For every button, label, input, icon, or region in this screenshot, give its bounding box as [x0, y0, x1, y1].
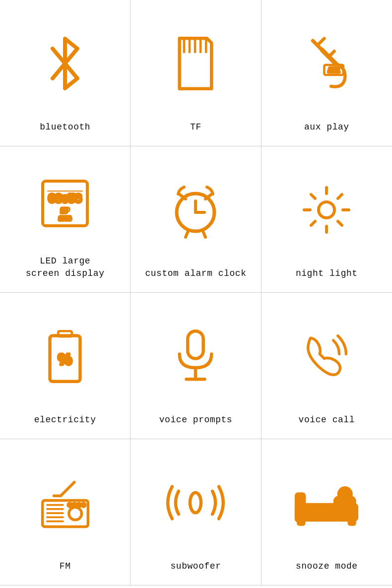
svg-text:AUX: AUX — [328, 67, 339, 73]
icon-area-snooze — [266, 454, 387, 551]
svg-line-20 — [205, 194, 212, 199]
cell-label-bluetooth: bluetooth — [40, 121, 90, 133]
cell-voicecall: voice call — [261, 293, 392, 439]
cell-label-fm: FM — [60, 560, 71, 573]
cell-label-voiceprompts: voice prompts — [159, 414, 232, 426]
feature-grid: bluetooth TF — [0, 0, 392, 586]
svg-text:08:56: 08:56 — [49, 193, 81, 205]
svg-line-31 — [311, 221, 315, 225]
svg-point-23 — [319, 202, 334, 218]
cell-nightlight: night light — [261, 146, 392, 293]
svg-line-30 — [338, 195, 342, 198]
icon-area-alarm — [135, 161, 256, 259]
svg-rect-33 — [58, 331, 72, 336]
cell-tf: TF — [131, 0, 261, 146]
cell-label-voicecall: voice call — [299, 414, 355, 426]
cell-label-aux: aux play — [304, 121, 349, 133]
cell-bluetooth: bluetooth — [0, 0, 131, 146]
cell-aux: AUX aux play — [261, 0, 392, 146]
icon-area-aux: AUX — [266, 15, 387, 112]
cell-label-snooze: snooze mode — [296, 560, 358, 573]
icon-area-bluetooth — [5, 15, 125, 112]
svg-text:23°: 23° — [62, 208, 69, 213]
cell-subwoofer: subwoofer — [131, 439, 261, 586]
svg-point-49 — [77, 504, 80, 507]
cell-voiceprompts: voice prompts — [131, 293, 261, 439]
cell-label-tf: TF — [190, 121, 201, 133]
icon-area-subwoofer — [135, 454, 256, 551]
icon-area-nightlight — [266, 161, 387, 259]
svg-line-21 — [186, 231, 188, 237]
svg-point-51 — [190, 493, 201, 513]
svg-rect-56 — [349, 519, 354, 524]
icon-area-voiceprompts — [135, 308, 256, 405]
svg-point-47 — [68, 504, 71, 507]
cell-snooze: snooze mode — [261, 439, 392, 586]
svg-text:%: % — [59, 351, 71, 367]
svg-line-19 — [179, 194, 186, 199]
svg-line-6 — [319, 38, 325, 44]
svg-point-54 — [339, 488, 351, 500]
svg-rect-57 — [297, 494, 305, 521]
svg-line-22 — [203, 231, 205, 237]
icon-area-fm — [5, 454, 125, 551]
svg-line-29 — [338, 221, 342, 225]
svg-line-28 — [311, 195, 315, 198]
svg-point-46 — [68, 507, 81, 520]
cell-label-alarm: custom alarm clock — [145, 267, 246, 280]
svg-line-38 — [61, 482, 74, 496]
icon-area-voicecall — [266, 308, 387, 405]
cell-electricity: % electricity — [0, 293, 131, 439]
svg-text:100%: 100% — [60, 216, 71, 221]
icon-area-electricity: % — [5, 308, 125, 405]
cell-label-subwoofer: subwoofer — [170, 560, 221, 573]
cell-label-nightlight: night light — [296, 267, 358, 280]
svg-line-8 — [329, 51, 334, 57]
icon-area-led: 08:56 23° 100% — [5, 161, 125, 246]
svg-point-48 — [73, 504, 76, 507]
cell-label-electricity: electricity — [34, 414, 96, 426]
cell-led: 08:56 23° 100% LED large screen display — [0, 146, 131, 293]
cell-label-led: LED large screen display — [26, 255, 105, 280]
svg-point-50 — [82, 504, 85, 507]
icon-area-tf — [135, 15, 256, 112]
svg-rect-35 — [188, 331, 203, 358]
cell-alarm: custom alarm clock — [131, 146, 261, 293]
cell-fm: FM — [0, 439, 131, 586]
